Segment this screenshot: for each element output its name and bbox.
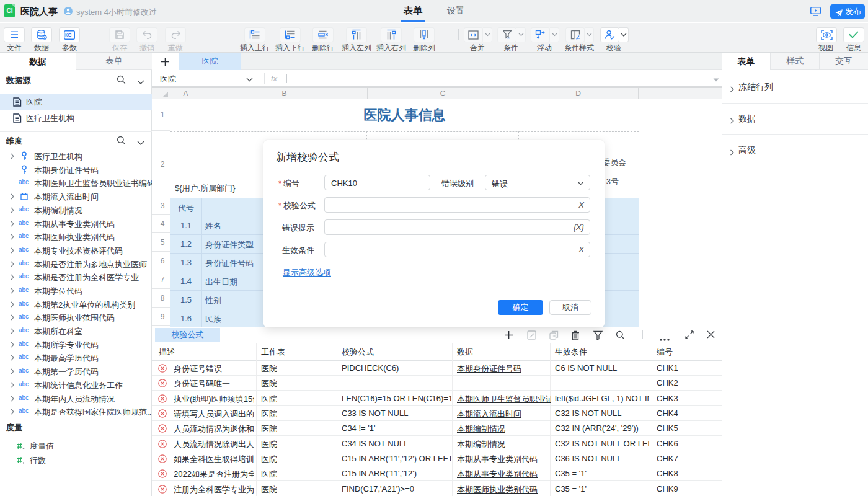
svg-text:X=: X= (66, 32, 71, 37)
